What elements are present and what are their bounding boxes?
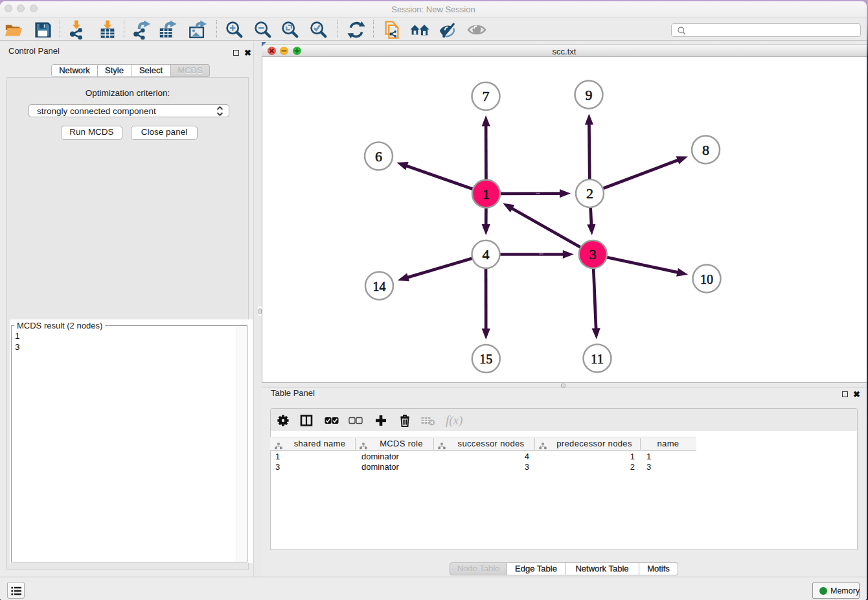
svg-text:2: 2: [586, 185, 593, 202]
svg-text:7: 7: [483, 88, 490, 104]
svg-text:6: 6: [375, 148, 382, 165]
svg-text:15: 15: [479, 351, 492, 367]
svg-text:14: 14: [373, 278, 386, 294]
svg-text:1: 1: [483, 186, 490, 202]
svg-text:4: 4: [483, 246, 490, 262]
svg-text:10: 10: [700, 271, 713, 287]
svg-text:8: 8: [702, 142, 709, 158]
svg-text:11: 11: [591, 351, 604, 367]
svg-text:3: 3: [589, 246, 597, 262]
svg-text:9: 9: [586, 87, 593, 103]
